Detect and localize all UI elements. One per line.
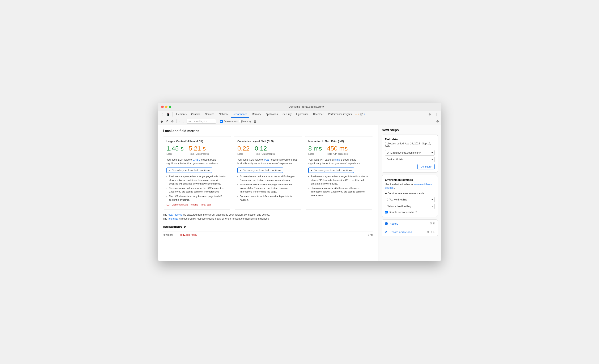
lcp-consider-item-2: Screen size can influence what the LCP e… (167, 186, 228, 194)
right-panel: Next steps Field data Collection period:… (378, 125, 441, 261)
main-content: Local and field metrics Largest Contentf… (158, 125, 441, 261)
info-badge: 💬 2 (360, 113, 365, 116)
memory-checkbox-group: Memory (239, 120, 251, 123)
network-label: Network: No throttling (387, 205, 411, 208)
url-dropdown[interactable]: URL: https://fonts.google.com/ ▾ (385, 150, 435, 156)
inp-consider-list: Real users may experience longer interac… (308, 175, 370, 197)
cls-consider-button[interactable]: ▼ Consider your local test conditions (237, 168, 283, 173)
network-chevron-icon: ▾ (432, 205, 433, 208)
memory-icon[interactable]: 🖥 (253, 119, 257, 124)
cls-local-value: 0.22 (237, 145, 250, 151)
field-data-period: Collection period: Aug 19, 2024 - Sep 15… (385, 142, 435, 148)
inp-consider-button[interactable]: ▼ Consider your local test conditions (308, 168, 354, 173)
tab-memory[interactable]: Memory (250, 111, 263, 118)
tab-console[interactable]: Console (189, 111, 203, 118)
local-metrics-link[interactable]: local metrics (168, 213, 182, 216)
record-row[interactable]: Record ⌘ E (382, 220, 438, 228)
memory-checkbox[interactable] (239, 120, 242, 123)
lcp-consider-button[interactable]: ▼ Consider your local test conditions (167, 168, 212, 173)
inp-local-label: Local (308, 152, 322, 155)
screenshots-checkbox[interactable] (220, 120, 223, 123)
tab-performance[interactable]: Performance (231, 111, 249, 118)
url-dropdown-chevron-icon: ▾ (432, 151, 433, 154)
inspect-icon[interactable]: ⬚ (159, 111, 165, 118)
settings-gear-icon[interactable]: ⚙ (435, 119, 440, 124)
lcp-consider-item-1: Real users may experience longer page lo… (167, 175, 228, 186)
upload-icon[interactable]: ↑ (178, 119, 181, 124)
tab-application[interactable]: Application (264, 111, 280, 118)
lcp-element-value: div.tile__text.tile__inria_san (181, 204, 211, 206)
footer-note: The local metrics are captured from the … (163, 213, 373, 221)
reload-icon: ↺ (385, 231, 388, 233)
environment-settings-section: Environment settings Use the device tool… (382, 175, 438, 217)
devtools-window: DevTools - fonts.google.com/ ⬚ 📱 Element… (158, 103, 441, 261)
interaction-type: keyboard (163, 233, 180, 236)
inp-title: Interaction to Next Paint (INP) (308, 140, 370, 143)
more-icon[interactable]: ⋮ (434, 111, 440, 118)
record-reload-row[interactable]: ↺ Record and reload ⌘ ⇧ E (382, 228, 438, 236)
cpu-chevron-icon: ▾ (432, 198, 433, 201)
consider-real-label: ▶ Consider real user environments (385, 192, 424, 195)
cls-card: Cumulative Layout Shift (CLS) 0.22 Local… (234, 136, 302, 210)
tab-network[interactable]: Network (217, 111, 230, 118)
device-dropdown-chevron-icon: ▾ (432, 158, 433, 161)
inp-field-value: 450 ms (327, 145, 348, 151)
interaction-row: keyboard body.app-ready 8 ms (163, 231, 373, 238)
interaction-duration: 8 ms (368, 233, 373, 236)
interactions-icon: ⊘ (184, 225, 186, 229)
lcp-card: Largest Contentful Paint (LCP) 1.45 s Lo… (163, 136, 231, 210)
toolbar-separator-2 (218, 119, 218, 123)
clear-icon[interactable]: ⊘ (170, 119, 174, 124)
tab-security[interactable]: Security (280, 111, 294, 118)
record-label: Record (389, 222, 430, 225)
cls-field-label: Field 75th percentile (255, 152, 275, 155)
lcp-local-label: Local (167, 152, 184, 155)
disable-cache-label: Disable network cache (389, 211, 414, 214)
devtools-tabs-bar: ⬚ 📱 Elements Console Sources Network Per… (158, 111, 441, 118)
tab-performance-insights[interactable]: Performance insights (326, 111, 354, 118)
minimize-button[interactable] (165, 106, 167, 108)
lcp-field-group: 5.21 s Field 75th percentile (189, 145, 210, 155)
dropdown-chevron-icon: ▾ (206, 120, 208, 123)
cls-local-label: Local (237, 152, 250, 155)
inp-consider-item-2: How a user interacts with the page influ… (308, 186, 370, 197)
record-reload-shortcut: ⌘ ⇧ E (427, 231, 435, 233)
lcp-field-value: 5.21 s (189, 145, 210, 151)
refresh-icon[interactable]: ↺ (165, 119, 169, 124)
cls-consider-item-3: Dynamic content can influence what layou… (237, 195, 299, 202)
interactions-title: Interactions ⊘ (163, 225, 373, 229)
interaction-selector: body.app-ready (180, 233, 368, 236)
record-reload-label: Record and reload (389, 231, 427, 234)
lcp-element: LCP Element div.tile__text.tile__inria_s… (167, 204, 228, 206)
tab-recorder[interactable]: Recorder (311, 111, 326, 118)
section-title: Local and field metrics (163, 129, 373, 133)
next-steps-title: Next steps (382, 128, 438, 132)
tab-sources[interactable]: Sources (203, 111, 216, 118)
consider-real-user-button[interactable]: ▶ Consider real user environments (385, 192, 435, 195)
device-icon[interactable]: 📱 (165, 111, 171, 118)
disable-cache-checkbox[interactable] (385, 211, 388, 213)
cls-description: Your local CLS value of 0.22 needs impro… (237, 158, 299, 165)
field-data-link[interactable]: field data (168, 217, 178, 220)
tab-lighthouse[interactable]: Lighthouse (294, 111, 311, 118)
field-data-section: Field data Collection period: Aug 19, 20… (382, 134, 438, 173)
maximize-button[interactable] (169, 106, 171, 108)
recordings-dropdown[interactable]: (no recordings) ▾ (187, 119, 216, 124)
cls-consider-item-2: How a user interacts with the page can i… (237, 183, 299, 194)
download-icon[interactable]: ↓ (183, 119, 185, 124)
titlebar: DevTools - fonts.google.com/ (158, 103, 441, 111)
configure-button[interactable]: Configure (417, 164, 435, 169)
lcp-local-group: 1.45 s Local (167, 145, 184, 155)
record-toggle-icon[interactable]: ⏺ (159, 119, 164, 124)
network-dropdown[interactable]: Network: No throttling ▾ (385, 204, 435, 209)
tab-elements[interactable]: Elements (174, 111, 189, 118)
lcp-consider-list: Real users may experience longer page lo… (167, 175, 228, 202)
inp-field-group: 450 ms Field 75th percentile (327, 145, 348, 155)
help-icon[interactable]: ? (415, 211, 417, 214)
lcp-consider-label: ▼ Consider your local test conditions (168, 169, 210, 172)
settings-icon[interactable]: ⚙ (427, 111, 432, 118)
cpu-dropdown[interactable]: CPU: No throttling ▾ (385, 197, 435, 202)
inp-values: 8 ms Local 450 ms Field 75th percentile (308, 145, 370, 155)
close-button[interactable] (161, 106, 164, 108)
device-dropdown[interactable]: Device: Mobile ▾ (385, 157, 435, 162)
